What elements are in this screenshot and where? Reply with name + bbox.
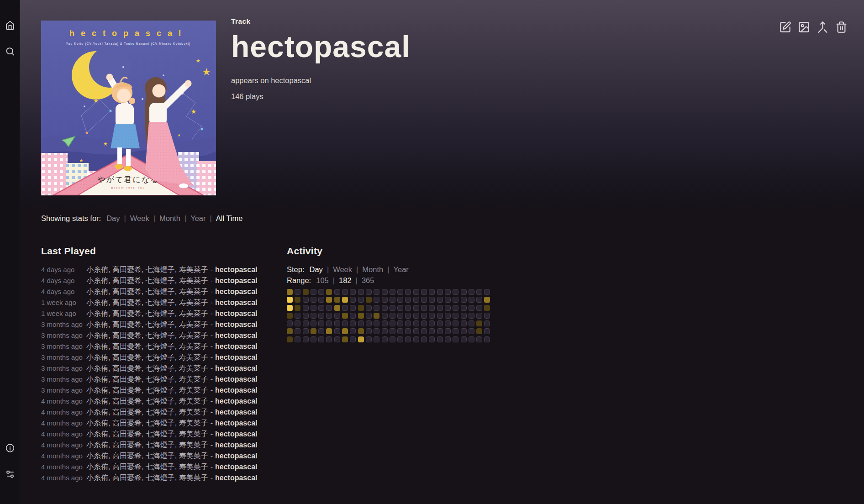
heatmap-cell <box>350 328 356 334</box>
play-track[interactable]: hectopascal <box>215 319 257 330</box>
heatmap-cell <box>437 289 443 295</box>
play-artists[interactable]: 小糸侑, 高田憂希, 七海燈子, 寿美菜子 <box>86 418 208 429</box>
play-row: 3 months ago小糸侑, 高田憂希, 七海燈子, 寿美菜子-hectop… <box>41 341 283 352</box>
album-art[interactable]: ★★ ★★ ★★ ★★ やがて君になる Bloom Into You <box>41 21 216 195</box>
play-artists[interactable]: 小糸侑, 高田憂希, 七海燈子, 寿美菜子 <box>86 396 208 407</box>
play-time: 3 months ago <box>41 374 86 385</box>
delete-icon[interactable] <box>835 21 848 33</box>
play-time: 3 months ago <box>41 330 86 341</box>
heatmap-cell <box>366 313 372 319</box>
play-artists[interactable]: 小糸侑, 高田憂希, 七海燈子, 寿美菜子 <box>86 341 208 352</box>
play-artists[interactable]: 小糸侑, 高田憂希, 七海燈子, 寿美菜子 <box>86 363 208 374</box>
play-track[interactable]: hectopascal <box>215 418 257 429</box>
play-artists[interactable]: 小糸侑, 高田憂希, 七海燈子, 寿美菜子 <box>86 297 208 308</box>
heatmap-cell <box>366 289 372 295</box>
svg-text:★: ★ <box>202 66 211 78</box>
settings-sliders-icon[interactable] <box>5 469 15 479</box>
range-option-182[interactable]: 182 <box>339 275 352 286</box>
play-time: 4 months ago <box>41 396 86 407</box>
merge-icon[interactable] <box>817 21 829 33</box>
step-option-week[interactable]: Week <box>333 264 352 275</box>
range-option-365[interactable]: 365 <box>362 275 374 286</box>
play-row: 3 months ago小糸侑, 高田憂希, 七海燈子, 寿美菜子-hectop… <box>41 385 283 396</box>
heatmap-cell <box>318 328 324 334</box>
play-track[interactable]: hectopascal <box>215 385 257 396</box>
play-artists[interactable]: 小糸侑, 高田憂希, 七海燈子, 寿美菜子 <box>86 286 208 297</box>
svg-text:★: ★ <box>79 158 84 163</box>
play-artists[interactable]: 小糸侑, 高田憂希, 七海燈子, 寿美菜子 <box>86 374 208 385</box>
play-artists[interactable]: 小糸侑, 高田憂希, 七海燈子, 寿美菜子 <box>86 440 208 451</box>
edit-icon[interactable] <box>779 21 791 33</box>
heatmap-cell <box>358 313 364 319</box>
step-option-year[interactable]: Year <box>394 264 409 275</box>
heatmap-cell <box>311 320 316 326</box>
heatmap-cell <box>311 305 316 311</box>
play-track[interactable]: hectopascal <box>215 440 257 451</box>
play-track[interactable]: hectopascal <box>215 462 257 472</box>
activity-section: Activity Step: Day|Week|Month|Year Range… <box>287 246 490 342</box>
play-row: 1 week ago小糸侑, 高田憂希, 七海燈子, 寿美菜子-hectopas… <box>41 297 283 308</box>
play-track[interactable]: hectopascal <box>215 374 257 385</box>
play-track[interactable]: hectopascal <box>215 330 257 341</box>
play-artists[interactable]: 小糸侑, 高田憂希, 七海燈子, 寿美菜子 <box>86 407 208 418</box>
play-track[interactable]: hectopascal <box>215 308 257 319</box>
heatmap-cell <box>405 313 411 319</box>
play-row: 3 months ago小糸侑, 高田憂希, 七海燈子, 寿美菜子-hectop… <box>41 374 283 385</box>
play-track[interactable]: hectopascal <box>215 407 257 418</box>
play-track[interactable]: hectopascal <box>215 264 257 275</box>
dash-separator: - <box>211 429 213 440</box>
album-link[interactable]: hectopascal <box>271 76 311 84</box>
play-artists[interactable]: 小糸侑, 高田憂希, 七海燈子, 寿美菜子 <box>86 472 208 483</box>
dash-separator: - <box>211 352 213 363</box>
heatmap-cell <box>318 297 324 303</box>
stats-option-year[interactable]: Year <box>190 214 205 223</box>
play-row: 4 months ago小糸侑, 高田憂希, 七海燈子, 寿美菜子-hectop… <box>41 429 283 440</box>
play-track[interactable]: hectopascal <box>215 363 257 374</box>
heatmap-cell <box>350 313 356 319</box>
range-option-105[interactable]: 105 <box>316 275 329 286</box>
play-artists[interactable]: 小糸侑, 高田憂希, 七海燈子, 寿美菜子 <box>86 319 208 330</box>
heatmap-cell <box>397 328 403 334</box>
heatmap-cell <box>366 320 372 326</box>
heatmap-cell <box>437 305 443 311</box>
play-artists[interactable]: 小糸侑, 高田憂希, 七海燈子, 寿美菜子 <box>86 451 208 462</box>
play-track[interactable]: hectopascal <box>215 275 257 286</box>
stats-option-day[interactable]: Day <box>106 214 120 223</box>
play-artists[interactable]: 小糸侑, 高田憂希, 七海燈子, 寿美菜子 <box>86 264 208 275</box>
change-image-icon[interactable] <box>798 21 810 33</box>
play-track[interactable]: hectopascal <box>215 396 257 407</box>
heatmap-cell <box>326 289 332 295</box>
play-artists[interactable]: 小糸侑, 高田憂希, 七海燈子, 寿美菜子 <box>86 462 208 472</box>
stats-option-all-time[interactable]: All Time <box>216 214 243 223</box>
play-track[interactable]: hectopascal <box>215 451 257 462</box>
search-icon[interactable] <box>5 47 15 56</box>
play-track[interactable]: hectopascal <box>215 297 257 308</box>
play-artists[interactable]: 小糸侑, 高田憂希, 七海燈子, 寿美菜子 <box>86 385 208 396</box>
heatmap-cell <box>374 289 379 295</box>
home-icon[interactable] <box>5 21 15 30</box>
heatmap-cell <box>453 289 458 295</box>
heatmap-cell <box>342 336 348 342</box>
info-icon[interactable] <box>5 443 15 453</box>
heatmap-cell <box>429 305 435 311</box>
play-artists[interactable]: 小糸侑, 高田憂希, 七海燈子, 寿美菜子 <box>86 308 208 319</box>
play-track[interactable]: hectopascal <box>215 341 257 352</box>
stats-option-month[interactable]: Month <box>159 214 180 223</box>
heatmap-cell <box>484 305 490 311</box>
play-track[interactable]: hectopascal <box>215 472 257 483</box>
heatmap-cell <box>358 336 364 342</box>
step-option-month[interactable]: Month <box>362 264 383 275</box>
heatmap-cell <box>390 289 395 295</box>
play-artists[interactable]: 小糸侑, 高田憂希, 七海燈子, 寿美菜子 <box>86 330 208 341</box>
play-artists[interactable]: 小糸侑, 高田憂希, 七海燈子, 寿美菜子 <box>86 352 208 363</box>
heatmap-cell <box>334 289 340 295</box>
heatmap-cell <box>350 305 356 311</box>
play-count: 146 plays <box>231 92 411 101</box>
play-artists[interactable]: 小糸侑, 高田憂希, 七海燈子, 寿美菜子 <box>86 429 208 440</box>
play-track[interactable]: hectopascal <box>215 286 257 297</box>
play-artists[interactable]: 小糸侑, 高田憂希, 七海燈子, 寿美菜子 <box>86 275 208 286</box>
play-track[interactable]: hectopascal <box>215 429 257 440</box>
play-track[interactable]: hectopascal <box>215 352 257 363</box>
stats-option-week[interactable]: Week <box>130 214 149 223</box>
step-option-day[interactable]: Day <box>310 264 323 275</box>
